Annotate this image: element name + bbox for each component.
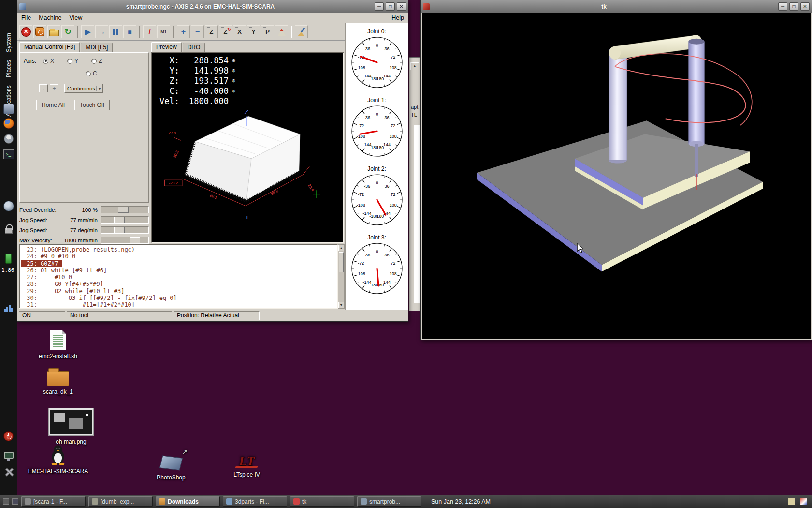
maximize-button[interactable]: □ xyxy=(789,2,798,11)
pause-program-button[interactable] xyxy=(109,25,122,38)
touch-off-button[interactable]: Touch Off xyxy=(74,100,110,110)
clear-plot-button[interactable] xyxy=(295,25,308,38)
firefox-icon[interactable] xyxy=(2,117,14,129)
preview-canvas[interactable]: X:288.854⊕ Y:141.998⊕ Z:193.517⊕ C:-40.0… xyxy=(151,52,344,243)
radio-axis-z[interactable]: Z xyxy=(91,58,113,64)
skip-lines-toggle[interactable]: / xyxy=(143,25,156,38)
jog-mode-dropdown[interactable]: Continuous ▾ xyxy=(64,84,103,93)
radio-axis-c[interactable]: C xyxy=(86,70,107,77)
tab-preview[interactable]: Preview xyxy=(151,42,182,52)
update-manager-icon[interactable] xyxy=(2,103,14,115)
task-dumb-exp[interactable]: [dumb_exp... xyxy=(88,496,153,507)
max-velocity-slider[interactable] xyxy=(101,237,149,244)
desktop-icon-scara-folder[interactable]: scara_dk_1 xyxy=(34,367,82,395)
view-z-rotated-button[interactable]: Z↻ xyxy=(219,25,232,38)
desktop-icon-ohman-png[interactable]: oh man.png xyxy=(44,408,98,445)
menu-system[interactable]: System xyxy=(5,33,12,52)
slider-handle[interactable] xyxy=(118,207,129,213)
minimize-button[interactable]: ─ xyxy=(375,2,384,11)
zoom-out-button[interactable]: − xyxy=(191,25,204,38)
globe-icon[interactable] xyxy=(2,200,14,212)
close-button[interactable]: ✕ xyxy=(800,2,810,11)
scroll-up-icon[interactable]: ▲ xyxy=(338,245,344,251)
power-icon[interactable] xyxy=(2,430,14,442)
jog-speed-deg-slider[interactable] xyxy=(101,226,149,234)
gcode-line[interactable]: 26:O1 while [#9 lt #6] xyxy=(21,267,337,274)
task-3dparts[interactable]: 3dparts - Fi... xyxy=(223,496,287,507)
window-list-icon[interactable] xyxy=(12,498,18,505)
task-scara1[interactable]: [scara-1 - F... xyxy=(21,496,86,507)
gcode-line[interactable]: 28: G0 Y[#4+#5*#9] xyxy=(21,281,337,287)
jog-speed-slider[interactable] xyxy=(101,216,149,224)
tk-titlebar[interactable]: tk ─ □ ✕ xyxy=(421,0,812,13)
desktop-icon-emc-hal-sim-scara[interactable]: EMC-HAL-SIM-SCARA xyxy=(27,444,89,475)
gcode-line[interactable]: 23:(LOGOPEN,probe-results.ngc) xyxy=(21,246,337,253)
close-button[interactable]: ✕ xyxy=(397,2,406,11)
stop-program-button[interactable]: ■ xyxy=(123,25,136,38)
scroll-thumb[interactable] xyxy=(339,252,344,272)
menu-places[interactable]: Places xyxy=(5,60,12,77)
notes-tray-icon[interactable] xyxy=(788,498,795,505)
jog-plus-button[interactable]: + xyxy=(50,84,58,92)
view-perspective-button[interactable]: P xyxy=(261,25,274,38)
battery-icon[interactable] xyxy=(2,253,14,265)
menu-file[interactable]: File xyxy=(21,15,31,21)
maximize-button[interactable]: □ xyxy=(386,2,395,11)
desktop-icon-photoshop[interactable]: ↗ PhotoShop xyxy=(147,451,195,481)
zoom-in-button[interactable]: + xyxy=(177,25,190,38)
radio-axis-x[interactable]: X xyxy=(43,58,64,64)
toolpath-cone-button[interactable] xyxy=(275,25,288,38)
lock-icon[interactable] xyxy=(2,223,14,235)
slider-handle[interactable] xyxy=(114,227,125,233)
system-monitor-icon[interactable] xyxy=(2,302,14,314)
minimize-button[interactable]: ─ xyxy=(778,2,787,11)
scroll-down-icon[interactable]: ▼ xyxy=(338,302,344,308)
optional-pause-toggle[interactable]: M1 xyxy=(157,25,170,38)
taskbar-clock[interactable]: Sun Jan 23, 12:26 AM xyxy=(431,498,491,505)
view-y-button[interactable]: Y xyxy=(247,25,260,38)
gcode-line[interactable]: 29: O2 while [#10 lt #3] xyxy=(21,288,337,295)
display-settings-icon[interactable] xyxy=(2,450,14,462)
desktop-icon-emc2-install[interactable]: emc2-install.sh xyxy=(34,330,82,359)
estop-button[interactable]: ✕ xyxy=(19,25,32,38)
open-file-button[interactable] xyxy=(47,25,60,38)
terminal-icon[interactable]: >_ xyxy=(2,148,14,160)
machine-power-button[interactable] xyxy=(33,25,46,38)
gcode-line[interactable]: 27: #10=0 xyxy=(21,274,337,281)
desktop-icon-ltspice[interactable]: LT LTspice IV xyxy=(221,454,272,478)
gcode-line[interactable]: 30: O3 if [[#9/2] - fix[#9/2] eq 0] xyxy=(21,295,337,301)
task-smartprobe[interactable]: smartprob... xyxy=(357,496,421,507)
task-downloads[interactable]: Downloads xyxy=(156,496,220,507)
gcode-scrollbar[interactable]: ▲ ▼ xyxy=(338,244,345,309)
jog-minus-button[interactable]: - xyxy=(39,84,48,92)
gcode-line[interactable]: 24:#9=0 #10=0 xyxy=(21,253,337,260)
run-step-button[interactable]: → xyxy=(95,25,108,38)
menu-machine[interactable]: Machine xyxy=(39,15,61,21)
user-switcher-icon[interactable] xyxy=(2,133,14,145)
show-desktop-icon[interactable] xyxy=(3,498,9,505)
run-program-button[interactable]: ▶ xyxy=(81,25,94,38)
tab-dro[interactable]: DRO xyxy=(183,43,205,52)
radio-axis-y[interactable]: Y xyxy=(67,58,88,64)
menu-help[interactable]: Help xyxy=(392,15,404,21)
background-window-sliver[interactable]: ▲ apt TL xyxy=(409,57,421,311)
gcode-line[interactable]: 25:G0Z#7 xyxy=(21,260,62,267)
menu-view[interactable]: View xyxy=(69,15,82,21)
tab-manual-control[interactable]: Manual Control [F3] xyxy=(19,42,80,52)
reload-file-button[interactable]: ↻ xyxy=(61,25,74,38)
applet-tray-icon[interactable] xyxy=(800,498,807,505)
scroll-up-icon[interactable]: ▲ xyxy=(410,62,419,70)
task-tk[interactable]: tk xyxy=(290,496,354,507)
slider-handle[interactable] xyxy=(114,217,125,223)
gcode-listing[interactable]: 23:(LOGOPEN,probe-results.ngc) 24:#9=0 #… xyxy=(19,244,338,309)
view-x-button[interactable]: X xyxy=(233,25,246,38)
home-all-button[interactable]: Home All xyxy=(36,100,70,110)
tools-icon[interactable] xyxy=(2,465,14,478)
gcode-line[interactable]: 31: #11=[#1+#2*#10] xyxy=(21,301,337,308)
tab-mdi[interactable]: MDI [F5] xyxy=(81,43,113,52)
view-z-button[interactable]: Z xyxy=(205,25,218,38)
axis-titlebar[interactable]: smartprobe.ngc - AXIS 2.4.6 on EMC-HAL-S… xyxy=(17,0,408,13)
feed-override-slider[interactable] xyxy=(101,206,149,213)
robot-3d-view[interactable] xyxy=(422,13,811,339)
slider-handle[interactable] xyxy=(130,237,140,243)
